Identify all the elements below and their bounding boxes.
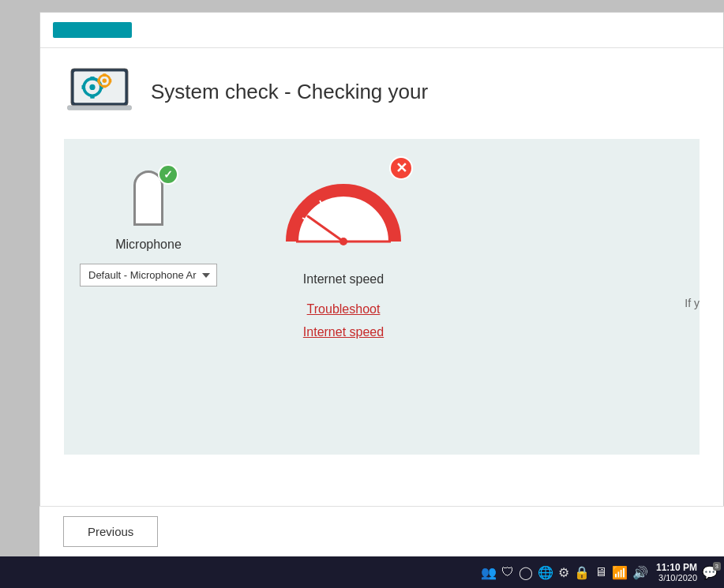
svg-rect-2 <box>68 106 132 110</box>
svg-rect-11 <box>103 73 107 77</box>
speedometer-wrapper: ✕ <box>280 163 407 260</box>
svg-rect-5 <box>90 77 94 81</box>
taskbar-settings-icon[interactable]: ⚙ <box>558 565 569 580</box>
taskbar-people-icon[interactable]: 👥 <box>481 565 497 580</box>
taskbar-globe-icon[interactable]: 🌐 <box>538 565 553 580</box>
microphone-icon-wrapper: ✓ <box>125 170 172 226</box>
check-panel: ✓ Microphone Default - Microphone Ar <box>64 139 700 455</box>
taskbar-notification-icon[interactable]: 💬 3 <box>702 565 718 580</box>
taskbar-volume-icon[interactable]: 🔊 <box>632 565 648 580</box>
troubleshoot-link[interactable]: Troubleshoot Internet speed <box>303 298 384 344</box>
microphone-ok-badge: ✓ <box>158 164 178 185</box>
svg-rect-6 <box>90 95 94 99</box>
taskbar-icons: 👥 🛡 ◯ 🌐 ⚙ 🔒 🖥 📶 🔊 <box>481 565 648 580</box>
top-bar <box>40 13 723 48</box>
notification-badge: 3 <box>713 562 721 571</box>
svg-rect-13 <box>97 79 100 83</box>
taskbar-security-icon[interactable]: 🔒 <box>574 565 590 580</box>
page-title: System check - Checking your <box>151 80 428 104</box>
svg-rect-14 <box>109 79 112 83</box>
side-note: If y <box>685 297 700 309</box>
taskbar-date-display: 3/10/2020 <box>656 573 697 582</box>
taskbar-datetime: 11:10 PM 3/10/2020 <box>656 562 697 582</box>
taskbar-monitor-icon[interactable]: 🖥 <box>595 565 607 579</box>
svg-rect-12 <box>103 85 107 88</box>
internet-speed-label: Internet speed <box>303 272 384 287</box>
taskbar-circle-icon[interactable]: ◯ <box>519 565 533 580</box>
top-blue-button[interactable] <box>53 22 132 38</box>
microphone-label: Microphone <box>115 238 182 252</box>
svg-point-10 <box>103 79 107 83</box>
taskbar-time-display: 11:10 PM <box>656 562 697 573</box>
taskbar-shield-icon[interactable]: 🛡 <box>501 565 514 579</box>
speedometer-icon <box>280 163 407 257</box>
previous-button[interactable]: Previous <box>63 516 158 547</box>
internet-speed-section: ✕ Internet speed Troubleshoot Internet s… <box>280 163 407 344</box>
microphone-select[interactable]: Default - Microphone Ar <box>80 264 217 287</box>
taskbar-wifi-icon[interactable]: 📶 <box>612 565 628 580</box>
taskbar: 👥 🛡 ◯ 🌐 ⚙ 🔒 🖥 📶 🔊 11:10 PM 3/10/2020 💬 3 <box>0 556 724 588</box>
system-check-icon <box>64 64 135 123</box>
main-window: System check - Checking your ✓ Microphon… <box>39 12 724 556</box>
content-area: System check - Checking your <box>40 48 723 139</box>
microphone-section: ✓ Microphone Default - Microphone Ar <box>80 163 217 287</box>
svg-rect-7 <box>82 85 86 89</box>
internet-error-badge: ✕ <box>389 156 413 180</box>
bottom-bar: Previous <box>39 506 724 556</box>
svg-point-4 <box>89 84 95 90</box>
